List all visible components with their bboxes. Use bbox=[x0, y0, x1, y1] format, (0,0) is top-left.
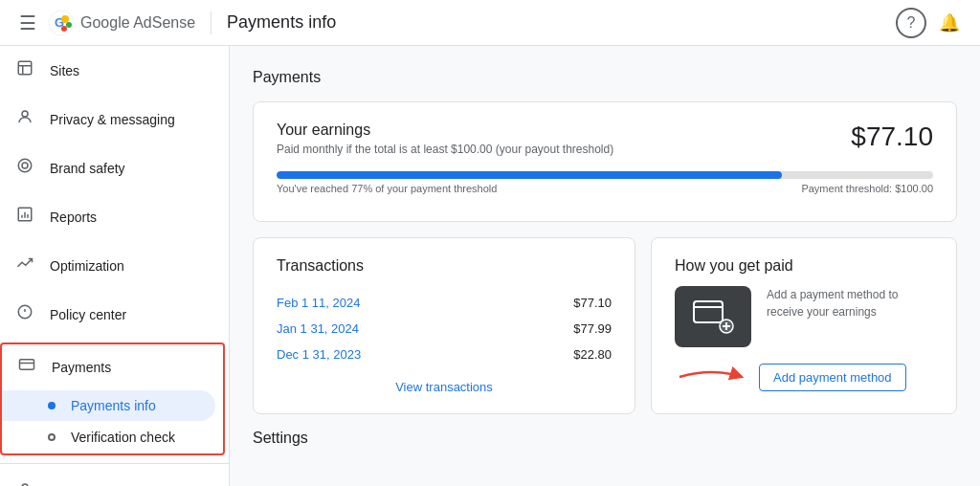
payments-info-label: Payments info bbox=[71, 398, 156, 413]
transaction-amount-2: $77.99 bbox=[573, 321, 612, 336]
transactions-title: Transactions bbox=[277, 257, 612, 275]
optimization-icon bbox=[15, 254, 34, 276]
sidebar-item-privacy[interactable]: Privacy & messaging bbox=[0, 97, 221, 142]
progress-label-left: You've reached 77% of your payment thres… bbox=[277, 183, 497, 194]
transaction-date-1[interactable]: Feb 1 11, 2024 bbox=[277, 296, 360, 310]
privacy-label: Privacy & messaging bbox=[50, 112, 175, 127]
verification-label: Verification check bbox=[71, 430, 175, 445]
adsense-logo-icon: G bbox=[48, 10, 75, 36]
payments-icon bbox=[17, 356, 36, 378]
svg-point-6 bbox=[22, 111, 28, 117]
red-arrow-icon bbox=[675, 363, 751, 391]
add-payment-icon bbox=[692, 299, 734, 334]
topbar-divider bbox=[211, 11, 212, 34]
table-row: Jan 1 31, 2024 $77.99 bbox=[277, 316, 612, 342]
menu-button[interactable]: ☰ bbox=[15, 8, 40, 38]
sites-label: Sites bbox=[50, 63, 79, 78]
sidebar-item-sites[interactable]: Sites bbox=[0, 48, 221, 93]
app-name: Google AdSense bbox=[80, 14, 195, 32]
sidebar: Sites Privacy & messaging Brand safety R… bbox=[0, 46, 230, 486]
add-payment-button[interactable]: Add payment method bbox=[759, 364, 906, 391]
progress-label-right: Payment threshold: $100.00 bbox=[801, 183, 933, 194]
account-icon bbox=[15, 481, 34, 486]
sidebar-item-policy[interactable]: Policy center bbox=[0, 292, 221, 337]
table-row: Feb 1 11, 2024 $77.10 bbox=[277, 290, 612, 316]
sites-icon bbox=[15, 59, 34, 81]
earnings-title: Your earnings bbox=[277, 122, 613, 139]
reports-label: Reports bbox=[50, 210, 97, 225]
svg-point-2 bbox=[61, 15, 69, 23]
progress-bar-fill bbox=[277, 171, 782, 179]
earnings-card: Your earnings Paid monthly if the total … bbox=[253, 101, 957, 222]
svg-rect-13 bbox=[20, 360, 34, 370]
transaction-date-3[interactable]: Dec 1 31, 2023 bbox=[277, 347, 361, 362]
optimization-label: Optimization bbox=[50, 258, 124, 274]
reports-icon bbox=[15, 206, 34, 228]
svg-point-4 bbox=[61, 26, 67, 32]
table-row: Dec 1 31, 2023 $22.80 bbox=[277, 342, 612, 367]
sidebar-item-payments[interactable]: Payments bbox=[2, 344, 223, 389]
topbar: ☰ G Google AdSense Payments info ? 🔔 bbox=[0, 0, 980, 46]
logo: G Google AdSense bbox=[48, 10, 195, 36]
transaction-amount-3: $22.80 bbox=[573, 347, 612, 362]
svg-point-7 bbox=[18, 159, 32, 172]
svg-point-8 bbox=[22, 163, 28, 168]
payment-method-icon-box bbox=[675, 286, 751, 347]
how-paid-description: Add a payment method to receive your ear… bbox=[767, 286, 933, 320]
sidebar-subitem-verification[interactable]: Verification check bbox=[2, 422, 215, 453]
sidebar-subitem-payments-info[interactable]: Payments info bbox=[2, 390, 215, 421]
main-content: Payments Your earnings Paid monthly if t… bbox=[230, 46, 980, 486]
sidebar-item-reports[interactable]: Reports bbox=[0, 194, 221, 239]
active-dot bbox=[48, 402, 56, 409]
brand-safety-icon bbox=[15, 157, 34, 179]
sidebar-item-optimization[interactable]: Optimization bbox=[0, 243, 221, 288]
earnings-amount: $77.10 bbox=[851, 122, 933, 152]
view-transactions-link[interactable]: View transactions bbox=[395, 380, 493, 394]
how-paid-title: How you get paid bbox=[675, 257, 933, 275]
settings-title: Settings bbox=[253, 430, 957, 447]
earnings-subtitle: Paid monthly if the total is at least $1… bbox=[277, 143, 613, 156]
svg-point-3 bbox=[66, 22, 72, 28]
policy-label: Policy center bbox=[50, 307, 126, 322]
transaction-amount-1: $77.10 bbox=[573, 296, 612, 310]
brand-safety-label: Brand safety bbox=[50, 161, 125, 176]
help-button[interactable]: ? bbox=[896, 8, 926, 38]
notifications-button[interactable]: 🔔 bbox=[934, 8, 965, 38]
how-you-get-paid-card: How you get paid Add a payment method to… bbox=[651, 237, 957, 414]
svg-rect-16 bbox=[694, 301, 723, 322]
transactions-card: Transactions Feb 1 11, 2024 $77.10 Jan 1… bbox=[253, 237, 635, 414]
policy-icon bbox=[15, 303, 34, 325]
transaction-date-2[interactable]: Jan 1 31, 2024 bbox=[277, 321, 359, 336]
privacy-icon bbox=[15, 108, 34, 130]
payments-label: Payments bbox=[52, 360, 111, 375]
svg-rect-5 bbox=[18, 61, 32, 75]
sidebar-item-brand-safety[interactable]: Brand safety bbox=[0, 145, 221, 190]
inactive-dot bbox=[48, 433, 56, 441]
payments-section-title: Payments bbox=[253, 69, 957, 86]
page-title: Payments info bbox=[227, 12, 888, 33]
progress-bar-bg bbox=[277, 171, 933, 179]
sidebar-item-account[interactable]: Account bbox=[0, 470, 221, 486]
